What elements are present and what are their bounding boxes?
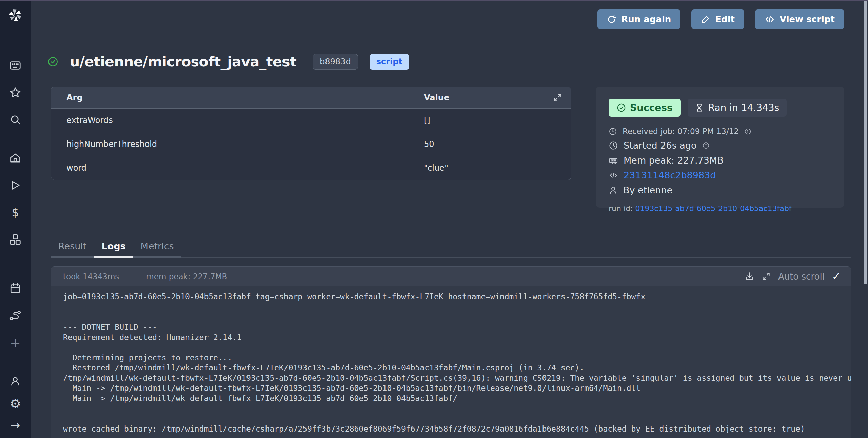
- hourglass-icon: [695, 103, 704, 112]
- home-icon[interactable]: [0, 145, 31, 172]
- sidebar-divider: [0, 135, 31, 135]
- flows-route-icon[interactable]: [0, 302, 31, 329]
- tab-metrics[interactable]: Metrics: [133, 241, 181, 258]
- top-accent-line: [0, 0, 868, 1]
- arg-name: extraWords: [66, 116, 424, 125]
- tab-result[interactable]: Result: [51, 241, 94, 258]
- log-line: [63, 302, 851, 312]
- run-id-row: run id: 0193c135-ab7d-60e5-2b10-04b5ac13…: [609, 204, 831, 213]
- download-logs-icon[interactable]: [745, 272, 754, 281]
- mem-peak-label: Mem peak: 227.73MB: [624, 155, 724, 166]
- title-row: u/etienne/microsoft_java_test b8983d scr…: [47, 54, 409, 70]
- search-icon[interactable]: [0, 106, 31, 133]
- log-line: [63, 414, 851, 424]
- code-icon: [609, 171, 618, 180]
- page-scrollbar-thumb[interactable]: [864, 1, 867, 284]
- result-tabs: Result Logs Metrics: [51, 241, 851, 258]
- run-id-link[interactable]: 0193c135-ab7d-60e5-2b10-04b5ac13fabf: [635, 204, 791, 213]
- args-table-header: Arg Value: [51, 87, 571, 109]
- log-header: took 14343ms mem peak: 227.7MB Auto scro…: [51, 267, 851, 286]
- edit-button[interactable]: Edit: [691, 9, 744, 29]
- received-job-label: Received job: 07:09 PM 13/12: [623, 127, 739, 136]
- log-line: Main -> /tmp/windmill/wk-default-fbwfx-L…: [63, 393, 851, 403]
- job-info-panel: Success Ran in 14.343s Received job: 07:…: [596, 87, 844, 208]
- arg-value: []: [424, 116, 563, 125]
- variables-dollar-icon[interactable]: $: [0, 199, 31, 226]
- memory-icon: [609, 156, 618, 165]
- args-table: Arg Value extraWords [] highNumberThresh…: [51, 87, 571, 180]
- pencil-icon: [701, 15, 710, 24]
- clock-icon: [609, 127, 617, 136]
- add-plus-icon[interactable]: +: [0, 329, 31, 356]
- started-label: Started 26s ago: [624, 140, 697, 151]
- edit-label: Edit: [715, 14, 735, 24]
- author-label: By etienne: [623, 185, 672, 195]
- commit-hash-link[interactable]: 23131148c2b8983d: [624, 170, 716, 180]
- commit-row: 23131148c2b8983d: [609, 170, 831, 180]
- value-column-header: Value: [424, 93, 553, 102]
- runs-play-icon[interactable]: [0, 172, 31, 199]
- run-id-label: run id:: [609, 204, 633, 213]
- run-again-button[interactable]: Run again: [597, 9, 680, 29]
- favorites-star-icon[interactable]: [0, 79, 31, 106]
- log-output: job=0193c135-ab7d-60e5-2b10-04b5ac13fabf…: [51, 286, 851, 438]
- log-line: /tmp/windmill/wk-default-fbwfx-L7IeK/019…: [63, 373, 851, 383]
- account-person-icon[interactable]: [0, 370, 31, 393]
- success-check-icon: [47, 56, 58, 67]
- clock-icon: [609, 141, 618, 150]
- log-panel: took 14343ms mem peak: 227.7MB Auto scro…: [51, 266, 851, 438]
- table-row: word "clue": [51, 156, 571, 180]
- page-title: u/etienne/microsoft_java_test: [70, 54, 296, 70]
- log-line: --- DOTNET BUILD ---: [63, 322, 851, 332]
- run-again-label: Run again: [621, 14, 671, 24]
- status-badge: Success: [609, 99, 681, 117]
- sidebar: $ +: [0, 0, 31, 438]
- table-row: extraWords []: [51, 109, 571, 132]
- log-took-label: took 14343ms: [63, 272, 119, 281]
- toolbar: Run again Edit View script: [597, 9, 844, 29]
- code-icon: [765, 14, 775, 24]
- log-line: [63, 312, 851, 322]
- received-job-row: Received job: 07:09 PM 13/12: [609, 127, 831, 136]
- schedules-calendar-icon[interactable]: [0, 275, 31, 302]
- resources-boxes-icon[interactable]: [0, 226, 31, 253]
- log-line: job=0193c135-ab7d-60e5-2b10-04b5ac13fabf…: [63, 291, 851, 302]
- arg-value: "clue": [424, 163, 563, 173]
- auto-scroll-checkbox[interactable]: ✓: [832, 270, 841, 282]
- script-kind-badge: script: [370, 54, 409, 70]
- log-line: Main -> /tmp/windmill/wk-default-fbwfx-L…: [63, 383, 851, 393]
- view-script-button[interactable]: View script: [755, 9, 844, 29]
- status-label: Success: [630, 102, 673, 113]
- auto-scroll-label: Auto scroll: [778, 271, 825, 282]
- arg-column-header: Arg: [66, 93, 424, 102]
- refresh-icon: [607, 15, 616, 24]
- author-row: By etienne: [609, 185, 831, 195]
- info-icon[interactable]: [702, 142, 710, 149]
- arg-value: 50: [424, 139, 563, 149]
- arg-name: highNumberThreshold: [66, 139, 424, 149]
- tab-logs[interactable]: Logs: [94, 241, 133, 258]
- log-line: wrote cached binary: /tmp/windmill/cache…: [63, 424, 851, 434]
- info-icon[interactable]: [744, 128, 751, 135]
- log-line: [63, 342, 851, 353]
- log-line: Requirement detected: Humanizer 2.14.1: [63, 332, 851, 342]
- expand-logs-icon[interactable]: [762, 272, 771, 281]
- hash-badge[interactable]: b8983d: [313, 54, 358, 70]
- table-row: highNumberThreshold 50: [51, 132, 571, 156]
- keyboard-icon[interactable]: [0, 52, 31, 79]
- duration-chip: Ran in 14.343s: [688, 99, 787, 117]
- expand-args-icon[interactable]: [553, 93, 563, 102]
- person-icon: [609, 186, 618, 195]
- view-script-label: View script: [780, 14, 835, 24]
- log-line: [63, 403, 851, 414]
- duration-label: Ran in 14.343s: [708, 102, 780, 113]
- log-line: Determining projects to restore...: [63, 353, 851, 363]
- started-row: Started 26s ago: [609, 140, 831, 151]
- mem-peak-row: Mem peak: 227.73MB: [609, 155, 831, 166]
- expand-sidebar-arrow-icon[interactable]: →: [0, 415, 31, 435]
- settings-gear-icon[interactable]: ⚙: [0, 393, 31, 415]
- log-line: Restored /tmp/windmill/wk-default-fbwfx-…: [63, 363, 851, 373]
- arg-name: word: [66, 163, 424, 173]
- windmill-logo[interactable]: [0, 0, 31, 31]
- log-mem-peak-label: mem peak: 227.7MB: [146, 272, 227, 281]
